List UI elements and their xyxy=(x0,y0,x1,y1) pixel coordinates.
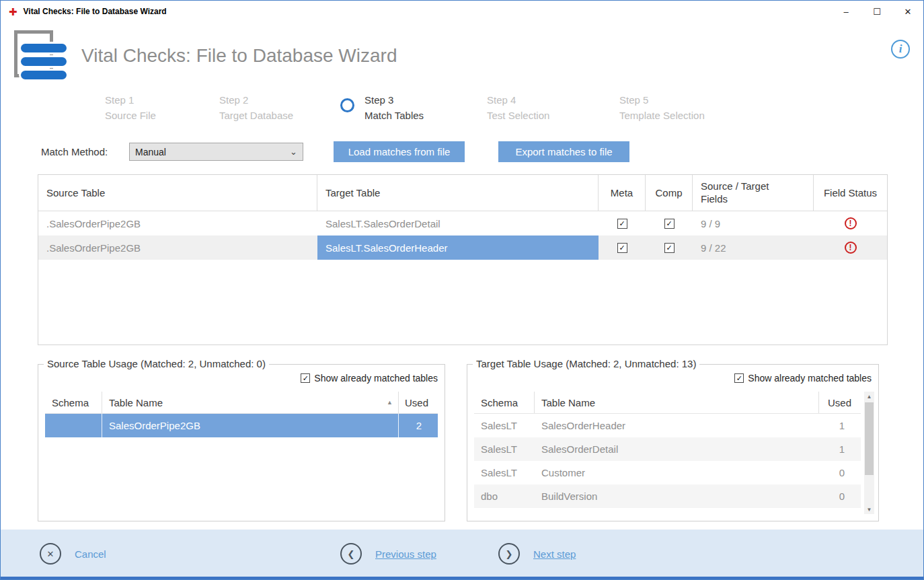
target-usage-panel: Target Table Usage (Matched: 2, Unmatche… xyxy=(467,364,879,521)
app-window: ✚ Vital Checks: File to Database Wizard … xyxy=(0,0,924,580)
step-label: Target Database xyxy=(219,108,293,123)
target-usage-header: Schema Table Name Used xyxy=(474,392,861,414)
match-method-select[interactable]: Manual ⌄ xyxy=(129,143,303,161)
sort-ascending-icon[interactable]: ▲ xyxy=(387,399,393,406)
previous-step-button[interactable]: ❮ Previous step xyxy=(340,543,436,565)
meta-checkbox[interactable]: ✓ xyxy=(617,219,627,229)
step-number: Step 4 xyxy=(487,92,549,108)
table-name-cell: BuildVersion xyxy=(535,484,819,508)
field-status-error-icon[interactable]: ! xyxy=(845,217,857,229)
column-used[interactable]: Used xyxy=(399,392,438,413)
field-status-error-icon[interactable]: ! xyxy=(845,242,857,254)
column-target-table[interactable]: Target Table xyxy=(317,175,599,211)
column-comp[interactable]: Comp xyxy=(646,175,693,211)
chevron-left-icon[interactable]: ❮ xyxy=(340,543,362,565)
chevron-right-icon[interactable]: ❯ xyxy=(498,543,520,565)
window-title: Vital Checks: File to Database Wizard xyxy=(24,7,167,16)
cancel-button[interactable]: ✕ Cancel xyxy=(40,543,106,565)
checkbox-icon[interactable]: ✓ xyxy=(301,373,310,383)
info-icon[interactable]: i xyxy=(891,40,910,59)
scroll-down-icon[interactable]: ▼ xyxy=(864,505,874,514)
source-usage-panel: Source Table Usage (Matched: 2, Unmatche… xyxy=(38,364,445,521)
chevron-down-icon: ⌄ xyxy=(290,147,297,157)
table-name-cell: SalesOrderPipe2GB xyxy=(102,414,399,437)
step-label: Source File xyxy=(105,108,156,123)
step-label: Match Tables xyxy=(364,108,424,123)
load-matches-button[interactable]: Load matches from file xyxy=(334,141,465,162)
match-table: Source Table Target Table Meta Comp Sour… xyxy=(38,174,888,345)
list-item[interactable]: dbo BuildVersion 0 xyxy=(474,484,861,508)
table-row[interactable]: .SalesOrderPipe2GB SalesLT.SalesOrderHea… xyxy=(38,235,887,260)
table-row[interactable]: .SalesOrderPipe2GB SalesLT.SalesOrderDet… xyxy=(38,211,887,235)
step-5-template-selection[interactable]: Step 5 Template Selection xyxy=(619,92,705,123)
window-accent-border xyxy=(1,577,923,579)
table-name-cell: SalesOrderHeader xyxy=(535,414,819,437)
scroll-up-icon[interactable]: ▲ xyxy=(864,392,874,401)
show-matched-checkbox-target[interactable]: ✓ Show already matched tables xyxy=(734,373,872,384)
minimize-button[interactable]: – xyxy=(831,1,861,22)
step-1-source-file[interactable]: Step 1 Source File xyxy=(105,92,156,123)
match-method-label: Match Method: xyxy=(41,146,108,157)
source-table-cell[interactable]: .SalesOrderPipe2GB xyxy=(38,235,317,260)
column-meta[interactable]: Meta xyxy=(599,175,646,211)
list-item[interactable]: SalesLT SalesOrderDetail 1 xyxy=(474,437,861,461)
column-schema[interactable]: Schema xyxy=(45,392,102,413)
fields-count-cell: 9 / 22 xyxy=(693,235,814,260)
column-schema[interactable]: Schema xyxy=(474,392,535,413)
comp-checkbox[interactable]: ✓ xyxy=(664,219,675,229)
step-label: Test Selection xyxy=(487,108,549,123)
next-step-button[interactable]: ❯ Next step xyxy=(498,543,576,565)
comp-checkbox[interactable]: ✓ xyxy=(664,243,675,253)
meta-checkbox[interactable]: ✓ xyxy=(617,243,627,253)
step-number: Step 1 xyxy=(105,92,156,108)
list-item[interactable]: SalesLT Customer 0 xyxy=(474,461,861,484)
current-step-icon xyxy=(340,98,354,112)
scrollbar-thumb[interactable] xyxy=(865,402,874,475)
show-matched-label: Show already matched tables xyxy=(748,373,872,384)
close-button[interactable]: ✕ xyxy=(892,1,923,22)
show-matched-label: Show already matched tables xyxy=(314,373,438,384)
step-number: Step 3 xyxy=(364,92,424,108)
used-cell: 1 xyxy=(819,414,861,437)
checkbox-icon[interactable]: ✓ xyxy=(734,373,744,383)
show-matched-checkbox-source[interactable]: ✓ Show already matched tables xyxy=(301,373,438,384)
schema-cell: SalesLT xyxy=(474,437,535,461)
used-cell: 1 xyxy=(819,437,861,461)
cancel-icon[interactable]: ✕ xyxy=(40,543,61,565)
window-controls: – ☐ ✕ xyxy=(831,1,923,22)
next-step-label[interactable]: Next step xyxy=(533,548,576,560)
column-used[interactable]: Used xyxy=(819,392,861,413)
column-source-table[interactable]: Source Table xyxy=(38,175,317,211)
step-4-test-selection[interactable]: Step 4 Test Selection xyxy=(487,92,549,123)
vertical-scrollbar[interactable]: ▲ ▼ xyxy=(864,392,874,514)
source-table-cell[interactable]: .SalesOrderPipe2GB xyxy=(38,211,317,235)
column-source-target-fields[interactable]: Source / Target Fields xyxy=(693,175,814,211)
export-matches-button[interactable]: Export matches to file xyxy=(498,141,629,162)
table-name-cell: Customer xyxy=(535,461,819,484)
schema-cell: dbo xyxy=(474,484,535,508)
used-cell: 2 xyxy=(399,414,438,437)
footer-bar: ✕ Cancel ❮ Previous step ❯ Next step xyxy=(1,530,923,578)
target-table-cell[interactable]: SalesLT.SalesOrderDetail xyxy=(317,211,599,235)
list-item[interactable]: SalesOrderPipe2GB 2 xyxy=(45,414,438,437)
step-3-match-tables[interactable]: Step 3 Match Tables xyxy=(340,92,424,123)
previous-step-label[interactable]: Previous step xyxy=(375,548,436,560)
target-table-cell-selected[interactable]: SalesLT.SalesOrderHeader xyxy=(317,235,599,260)
match-method-value: Manual xyxy=(135,147,166,157)
source-usage-table: Schema Table Name ▲ Used SalesOrderPipe2… xyxy=(45,392,438,437)
schema-cell: SalesLT xyxy=(474,461,535,484)
step-number: Step 2 xyxy=(219,92,293,108)
schema-cell: SalesLT xyxy=(474,414,535,437)
app-logo-icon xyxy=(10,29,75,88)
cancel-label[interactable]: Cancel xyxy=(75,548,106,560)
step-2-target-database[interactable]: Step 2 Target Database xyxy=(219,92,293,123)
target-usage-table: Schema Table Name Used SalesLT SalesOrde… xyxy=(474,392,861,508)
column-field-status[interactable]: Field Status xyxy=(814,175,887,211)
used-cell: 0 xyxy=(819,484,861,508)
column-table-name[interactable]: Table Name xyxy=(535,392,819,413)
list-item[interactable]: SalesLT SalesOrderHeader 1 xyxy=(474,414,861,437)
app-icon: ✚ xyxy=(9,7,17,17)
column-table-name[interactable]: Table Name ▲ xyxy=(102,392,399,413)
maximize-button[interactable]: ☐ xyxy=(861,1,892,22)
page-title: Vital Checks: File to Database Wizard xyxy=(81,45,397,67)
